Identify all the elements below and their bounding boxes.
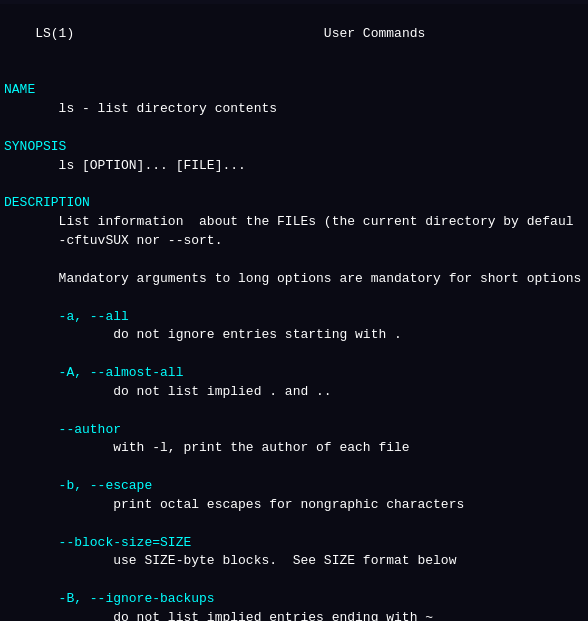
option-author-desc: with -l, print the author of each file [0, 439, 588, 458]
option-B-flag: -B, --ignore-backups [0, 590, 588, 609]
synopsis-section-body: ls [OPTION]... [FILE]... [0, 157, 588, 176]
blank-line-3 [0, 176, 588, 195]
option-block-size-flag: --block-size=SIZE [0, 534, 588, 553]
option-a-desc: do not ignore entries starting with . [0, 326, 588, 345]
terminal-window: LS(1) User Commands L NAME ls - list dir… [0, 4, 588, 621]
option-B-desc: do not list implied entries ending with … [0, 609, 588, 621]
option-A-desc: do not list implied . and .. [0, 383, 588, 402]
option-A-flag: -A, --almost-all [0, 364, 588, 383]
blank-line-8 [0, 458, 588, 477]
blank-line-6 [0, 345, 588, 364]
name-section-body: ls - list directory contents [0, 100, 588, 119]
blank-line-2 [0, 119, 588, 138]
blank-line-9 [0, 515, 588, 534]
option-a-flag: -a, --all [0, 308, 588, 327]
blank-line-1 [0, 63, 588, 82]
blank-line-5 [0, 289, 588, 308]
blank-line-10 [0, 571, 588, 590]
description-section-heading: DESCRIPTION [0, 194, 588, 213]
option-author-flag: --author [0, 421, 588, 440]
option-b-flag: -b, --escape [0, 477, 588, 496]
mandatory-args-line: Mandatory arguments to long options are … [0, 270, 588, 289]
option-b-desc: print octal escapes for nongraphic chara… [0, 496, 588, 515]
synopsis-section-heading: SYNOPSIS [0, 138, 588, 157]
option-block-size-desc: use SIZE-byte blocks. See SIZE format be… [0, 552, 588, 571]
description-line-1: List information about the FILEs (the cu… [0, 213, 588, 232]
blank-line-4 [0, 251, 588, 270]
man-page-header: LS(1) User Commands L [35, 26, 588, 41]
name-section-heading: NAME [0, 81, 588, 100]
header-line: LS(1) User Commands L [0, 6, 588, 63]
description-line-2: -cftuvSUX nor --sort. [0, 232, 588, 251]
blank-line-7 [0, 402, 588, 421]
